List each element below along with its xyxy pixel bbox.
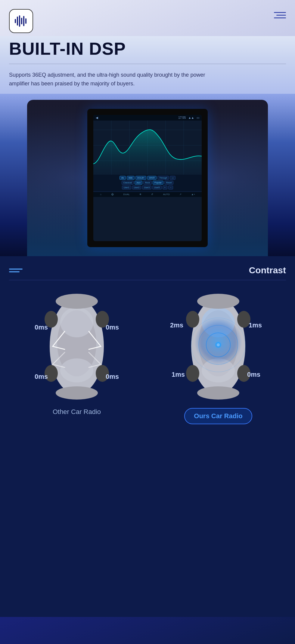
recirculate-btn[interactable]: ↺ (151, 193, 153, 196)
svg-point-30 (186, 311, 199, 328)
svg-point-17 (60, 358, 93, 382)
user1-btn[interactable]: User1 (122, 186, 131, 189)
svg-rect-1 (17, 17, 18, 26)
left-car-overhead: 0ms 0ms 0ms 0ms (38, 289, 116, 403)
jazz-btn[interactable]: Jazz (135, 181, 142, 185)
svg-point-32 (186, 365, 199, 382)
arrow-btn[interactable]: ↗ (179, 193, 182, 196)
subtitle-text: Supports 36EQ adjustment, and the ultra-… (9, 71, 214, 88)
battery-icon: ▭ (197, 116, 199, 119)
eq-svg (93, 121, 202, 175)
screen-bezel: ◀ 17:55 ▲▲ ▭ (87, 109, 208, 247)
back-arrow[interactable]: ◀ (96, 116, 98, 119)
vol-up-btn[interactable]: ▲+ (191, 193, 195, 196)
app-logo (9, 9, 33, 33)
auto-label: AUTO (163, 193, 170, 196)
svg-point-20 (45, 311, 58, 328)
contrast-header: Contrast (9, 265, 286, 275)
contrast-divider (9, 280, 286, 280)
dual-label: DUAL (123, 193, 130, 196)
line-2 (9, 271, 20, 272)
left-car-svg (38, 289, 116, 403)
svg-rect-3 (21, 18, 22, 24)
device-wrapper: ◀ 17:55 ▲▲ ▭ (27, 100, 268, 256)
svg-point-31 (237, 311, 250, 328)
time-display: 17:55 (178, 116, 186, 119)
svg-rect-4 (23, 16, 24, 26)
power-btn[interactable]: ⏻ (111, 193, 113, 196)
srs-btn[interactable]: SRS® (147, 176, 157, 180)
reset-btn[interactable]: Reset (164, 181, 173, 185)
svg-rect-0 (15, 19, 16, 23)
ours-car-radio-button[interactable]: Ours Car Radio (184, 408, 252, 424)
status-bar: ◀ 17:55 ▲▲ ▭ (93, 115, 202, 121)
eq-canvas (93, 121, 202, 175)
snowflake-btn[interactable]: ❄ (139, 193, 141, 196)
screen-inner: ◀ 17:55 ▲▲ ▭ (93, 115, 202, 241)
header (0, 0, 295, 36)
eq-user-row: User1 User2 User3 User5 + − (95, 186, 200, 189)
signal-icon: ▲▲ (188, 116, 194, 119)
svg-point-29 (197, 386, 239, 400)
svg-point-16 (60, 307, 93, 337)
user3-btn[interactable]: User3 (142, 186, 151, 189)
svg-rect-2 (19, 15, 20, 27)
bottom-controls-bar: ⌂ ⏻ DUAL ❄ ↺ AUTO ↗ ▲+ (93, 192, 202, 197)
left-car-label: Other Car Radio (53, 408, 101, 416)
sound-wave-icon (14, 14, 29, 29)
contrast-lines-icon (9, 268, 23, 272)
right-car-overhead: 2ms 1ms 1ms 0ms (179, 289, 257, 403)
svg-point-18 (56, 294, 98, 309)
eq-mode-row: Classical Jazz Rock Popular Reset (95, 181, 200, 185)
popular-btn[interactable]: Popular (153, 181, 163, 185)
svg-point-33 (237, 365, 250, 382)
remove-user-btn[interactable]: − (168, 186, 173, 189)
bbe-btn[interactable]: BBE (127, 176, 135, 180)
classical-btn[interactable]: Classical (122, 181, 134, 185)
left-car-comparison: 0ms 0ms 0ms 0ms Other Car Radio (9, 289, 144, 416)
line-1 (9, 268, 23, 270)
car-glow (194, 318, 242, 366)
audio-btn[interactable]: ♪♪ (170, 176, 175, 180)
through-btn[interactable]: Through (157, 176, 169, 180)
page-title: BUILT-IN DSP (9, 39, 286, 58)
right-car-comparison: 2ms 1ms 1ms 0ms Ours Car Radio (151, 289, 286, 424)
svg-point-21 (96, 311, 109, 328)
contrast-title: Contrast (249, 265, 286, 275)
dolby-btn[interactable]: DOLBY (135, 176, 146, 180)
title-section: BUILT-IN DSP Supports 36EQ adjustment, a… (0, 36, 295, 94)
svg-point-22 (45, 365, 58, 382)
device-section: ◀ 17:55 ▲▲ ▭ (0, 94, 295, 256)
home-btn[interactable]: ⌂ (100, 193, 101, 196)
dts-btn[interactable]: dts (120, 176, 126, 180)
eq-controls: dts BBE DOLBY SRS® Through ♪♪ Classical … (93, 175, 202, 192)
add-user-btn[interactable]: + (163, 186, 167, 189)
rock-btn[interactable]: Rock (143, 181, 152, 185)
svg-rect-5 (25, 18, 26, 24)
svg-point-19 (56, 386, 98, 400)
cars-container: 0ms 0ms 0ms 0ms Other Car Radio (9, 289, 286, 424)
svg-point-23 (96, 365, 109, 382)
menu-button[interactable] (274, 12, 286, 18)
title-divider (9, 64, 286, 64)
car-dashboard: ◀ 17:55 ▲▲ ▭ (27, 100, 268, 256)
user2-btn[interactable]: User2 (132, 186, 141, 189)
eq-preset-row: dts BBE DOLBY SRS® Through ♪♪ (95, 176, 200, 180)
user5-btn[interactable]: User5 (152, 186, 162, 189)
svg-point-28 (197, 294, 239, 309)
contrast-section: Contrast (0, 256, 295, 617)
